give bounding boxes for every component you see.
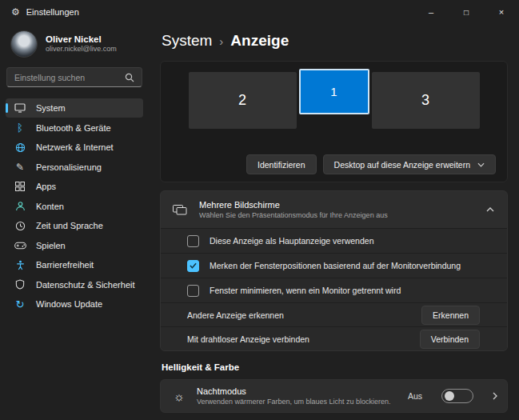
sidebar-item-label: Barrierefreiheit [36, 260, 94, 270]
night-mode-title: Nachtmodus [197, 386, 397, 396]
multiple-displays-card: Mehrere Bildschirme Wählen Sie den Präse… [160, 190, 508, 351]
remember-positions-option-row[interactable]: Merken der Fensterpositionen basierend a… [161, 253, 507, 278]
gaming-icon [14, 242, 26, 250]
checkbox-label: Fenster minimieren, wenn ein Monitor get… [210, 286, 480, 295]
night-mode-row[interactable]: ☼ Nachtmodus Verwenden wärmerer Farben, … [160, 379, 508, 413]
monitor-label: 3 [421, 92, 429, 109]
display-arrangement-panel: 2 1 3 Identifizieren Desktop auf diese A… [160, 61, 508, 182]
breadcrumb-system[interactable]: System [162, 32, 212, 50]
detect-button[interactable]: Erkennen [421, 306, 480, 325]
sidebar-nav: System ᛒ Bluetooth & Geräte Netzwerk & I… [6, 98, 143, 314]
main-content: System › Anzeige 2 1 3 [149, 24, 519, 420]
avatar [10, 30, 38, 58]
remember-positions-checkbox[interactable] [187, 260, 199, 272]
sidebar-item-personalization[interactable]: ✎ Personalisierung [6, 158, 143, 177]
chevron-right-icon [493, 392, 497, 400]
search-input[interactable] [14, 73, 110, 82]
minimize-windows-option-row[interactable]: Fenster minimieren, wenn ein Monitor get… [161, 278, 507, 302]
monitor-1-selected[interactable]: 1 [299, 69, 369, 114]
titlebar: ⚙ Einstellungen – □ × [0, 0, 519, 24]
settings-gear-icon: ⚙ [11, 6, 20, 18]
night-mode-state: Aus [408, 391, 422, 401]
checkbox-label: Merken der Fensterpositionen basierend a… [210, 261, 480, 270]
monitor-layout: 2 1 3 [161, 62, 507, 129]
sidebar-item-accounts[interactable]: Konten [6, 197, 143, 216]
night-mode-subtitle: Verwenden wärmerer Farben, um blaues Lic… [197, 398, 397, 406]
night-mode-icon: ☼ [172, 390, 186, 403]
breadcrumb-chevron-icon: › [219, 34, 223, 48]
sidebar-item-label: System [36, 103, 66, 113]
system-icon [14, 103, 26, 113]
detect-display-label: Andere Anzeige erkennen [187, 310, 421, 320]
update-icon: ↻ [14, 298, 26, 310]
checkbox-label: Diese Anzeige als Hauptanzeige verwenden [210, 236, 480, 246]
sidebar: Oliver Nickel oliver.nickel@live.com Sys… [0, 24, 149, 420]
detect-display-row: Andere Anzeige erkennen Erkennen [161, 302, 507, 326]
wireless-display-label: Mit drahtloser Anzeige verbinden [187, 334, 420, 344]
multiple-displays-icon [172, 205, 188, 215]
sidebar-item-label: Spielen [36, 241, 66, 250]
sidebar-item-label: Netzwerk & Internet [36, 142, 114, 152]
sidebar-item-bluetooth[interactable]: ᛒ Bluetooth & Geräte [6, 118, 143, 138]
sidebar-item-privacy[interactable]: Datenschutz & Sicherheit [6, 275, 143, 294]
sidebar-item-label: Zeit und Sprache [36, 221, 103, 230]
minimize-windows-checkbox[interactable] [187, 285, 199, 297]
monitor-label: 2 [238, 92, 246, 109]
sidebar-item-label: Datenschutz & Sicherheit [36, 280, 135, 290]
sidebar-item-label: Konten [36, 202, 64, 211]
user-profile[interactable]: Oliver Nickel oliver.nickel@live.com [6, 26, 143, 66]
minimize-button[interactable]: – [413, 0, 449, 24]
settings-search-box[interactable] [6, 67, 142, 87]
maximize-button[interactable]: □ [449, 0, 484, 24]
search-icon [125, 73, 134, 82]
settings-window: ⚙ Einstellungen – □ × Oliver Nickel oliv… [0, 0, 519, 420]
monitor-label: 1 [330, 85, 337, 98]
bluetooth-icon: ᛒ [14, 122, 26, 134]
extend-display-dropdown[interactable]: Desktop auf diese Anzeige erweitern [323, 154, 496, 174]
user-email: oliver.nickel@live.com [46, 45, 117, 54]
multiple-displays-subtitle: Wählen Sie den Präsentationsmodus für Ih… [199, 211, 473, 219]
multiple-displays-header[interactable]: Mehrere Bildschirme Wählen Sie den Präse… [161, 191, 507, 228]
accounts-icon [14, 201, 26, 211]
connect-button[interactable]: Verbinden [420, 330, 480, 349]
sidebar-item-label: Bluetooth & Geräte [36, 123, 111, 133]
accessibility-icon [14, 260, 26, 270]
extend-display-label: Desktop auf diese Anzeige erweitern [334, 160, 470, 170]
monitor-actions: Identifizieren Desktop auf diese Anzeige… [246, 154, 496, 174]
monitor-3[interactable]: 3 [372, 72, 480, 129]
chevron-up-icon[interactable] [485, 204, 496, 215]
personalization-icon: ✎ [14, 162, 26, 173]
sidebar-item-windows-update[interactable]: ↻ Windows Update [6, 294, 143, 314]
sidebar-item-accessibility[interactable]: Barrierefreiheit [6, 255, 143, 274]
main-display-option-row[interactable]: Diese Anzeige als Hauptanzeige verwenden [161, 228, 507, 253]
chevron-down-icon [477, 162, 485, 167]
window-controls: – □ × [413, 0, 519, 24]
monitor-2[interactable]: 2 [189, 72, 297, 129]
privacy-icon [14, 279, 26, 290]
main-display-checkbox[interactable] [187, 235, 199, 247]
window-title: Einstellungen [26, 7, 79, 17]
time-language-icon [14, 221, 26, 231]
sidebar-item-gaming[interactable]: Spielen [6, 236, 143, 255]
network-icon [14, 142, 26, 153]
wireless-display-row: Mit drahtloser Anzeige verbinden Verbind… [161, 326, 507, 350]
sidebar-item-time-language[interactable]: Zeit und Sprache [6, 216, 143, 235]
brightness-section-title: Helligkeit & Farbe [162, 362, 508, 372]
toggle-knob [445, 391, 454, 401]
sidebar-item-system[interactable]: System [6, 98, 143, 118]
sidebar-item-network[interactable]: Netzwerk & Internet [6, 138, 143, 157]
breadcrumb-current-page: Anzeige [230, 32, 289, 50]
close-button[interactable]: × [484, 0, 519, 24]
sidebar-item-apps[interactable]: Apps [6, 177, 143, 196]
breadcrumb: System › Anzeige [162, 32, 508, 50]
apps-icon [14, 182, 26, 191]
user-name: Oliver Nickel [46, 34, 117, 45]
sidebar-item-label: Windows Update [36, 299, 102, 309]
titlebar-app-identity: ⚙ Einstellungen [0, 6, 79, 18]
sidebar-item-label: Apps [36, 182, 56, 191]
multiple-displays-title: Mehrere Bildschirme [199, 200, 473, 210]
night-mode-toggle[interactable] [441, 389, 473, 403]
sidebar-item-label: Personalisierung [36, 162, 102, 172]
identify-button[interactable]: Identifizieren [246, 154, 317, 174]
